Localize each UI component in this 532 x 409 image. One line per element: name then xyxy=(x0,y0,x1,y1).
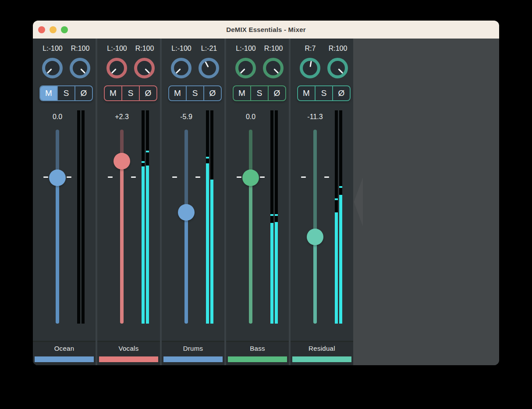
level-meter-right xyxy=(210,110,213,324)
knob-pointer-icon xyxy=(111,68,117,74)
mute-button[interactable]: M xyxy=(169,86,186,100)
pan-right-knob[interactable] xyxy=(134,58,155,78)
channel-strip: R:7 R:100 M S Ø -11.3 xyxy=(291,39,353,365)
meter-peak-tick xyxy=(270,214,273,216)
channel-name: Drums xyxy=(162,345,224,352)
mute-button[interactable]: M xyxy=(40,86,57,100)
channel-label-zone: Ocean xyxy=(33,341,96,365)
level-meter-left xyxy=(206,110,209,324)
pan-left-knob[interactable] xyxy=(42,58,63,78)
pan-right-knob[interactable] xyxy=(263,58,284,78)
traffic-lights xyxy=(38,21,68,39)
zero-db-tick-left xyxy=(43,176,48,178)
pan-right-value: R:100 xyxy=(254,45,293,53)
fader-handle[interactable] xyxy=(178,204,195,221)
phase-button[interactable]: Ø xyxy=(203,86,221,100)
pan-right-value: R:100 xyxy=(318,45,358,53)
zero-db-tick-left xyxy=(172,176,177,178)
pan-right-knob[interactable] xyxy=(70,58,90,78)
knob-pointer-icon xyxy=(240,68,245,74)
phase-button[interactable]: Ø xyxy=(139,86,156,100)
fader-track-filled xyxy=(249,178,252,324)
pan-left-knob[interactable] xyxy=(106,58,127,78)
phase-button[interactable]: Ø xyxy=(268,86,285,100)
knob-rotor xyxy=(327,58,348,78)
level-meter-right xyxy=(82,110,85,324)
meter-peak-tick xyxy=(206,157,209,159)
meter-peak-tick xyxy=(210,180,213,181)
fader-track[interactable] xyxy=(249,130,252,324)
window-title: DeMIX Essentials - Mixer xyxy=(226,26,306,33)
knob-pointer-icon xyxy=(145,68,150,74)
channel-color-bar xyxy=(228,356,287,362)
knob-pointer-icon xyxy=(309,61,312,67)
fader-handle[interactable] xyxy=(49,169,66,186)
meter-fill xyxy=(142,166,145,324)
fader-track-filled xyxy=(56,178,59,324)
knob-pointer-icon xyxy=(80,68,85,74)
channel-color-bar xyxy=(35,356,94,362)
channel-label-zone: Vocals xyxy=(97,341,160,365)
channel-name: Vocals xyxy=(97,345,160,352)
mute-button[interactable]: M xyxy=(298,86,315,100)
meter-peak-tick xyxy=(335,198,338,200)
fader-track[interactable] xyxy=(184,130,188,324)
fader-track-filled xyxy=(313,237,317,324)
mute-solo-phase-group: M S Ø xyxy=(168,85,222,101)
pan-right-knob[interactable] xyxy=(327,58,348,78)
pan-right-value: R:100 xyxy=(60,45,100,53)
knob-rotor xyxy=(302,60,319,77)
zero-db-tick-left xyxy=(108,176,113,178)
channel-strip: L:-100 R:100 M S Ø 0.0 xyxy=(33,39,96,365)
watermark-shape xyxy=(352,177,363,226)
pan-left-knob[interactable] xyxy=(171,58,192,78)
gain-value: +2.3 xyxy=(97,113,146,121)
zero-db-tick-left xyxy=(301,176,306,178)
mixer-content: L:-100 R:100 M S Ø 0.0 xyxy=(33,39,499,365)
solo-button[interactable]: S xyxy=(186,86,203,100)
level-meter-left xyxy=(77,110,80,324)
mute-button[interactable]: M xyxy=(234,86,250,100)
meter-fill xyxy=(270,223,273,324)
zoom-button[interactable] xyxy=(61,26,68,33)
titlebar[interactable]: DeMIX Essentials - Mixer xyxy=(33,21,499,39)
knob-rotor xyxy=(42,58,63,78)
gain-value: 0.0 xyxy=(226,113,275,121)
channel-color-bar xyxy=(99,356,158,362)
channel-color-bar xyxy=(163,356,223,362)
pan-right-knob[interactable] xyxy=(199,58,219,78)
mute-button[interactable]: M xyxy=(105,86,121,100)
knob-rotor xyxy=(263,58,284,78)
channel-label-zone: Residual xyxy=(291,341,353,365)
channel-strip: L:-100 L:-21 M S Ø -5.9 xyxy=(162,39,224,365)
solo-button[interactable]: S xyxy=(57,86,74,100)
zero-db-tick-right xyxy=(131,176,136,178)
minimize-button[interactable] xyxy=(50,26,57,33)
fader-track[interactable] xyxy=(56,130,59,324)
fader-handle[interactable] xyxy=(242,169,259,186)
phase-button[interactable]: Ø xyxy=(332,86,350,100)
pan-right-value: R:100 xyxy=(125,45,164,53)
solo-button[interactable]: S xyxy=(315,86,332,100)
knob-pointer-icon xyxy=(338,68,343,74)
channel-name: Residual xyxy=(291,345,353,352)
meter-fill xyxy=(210,181,213,324)
solo-button[interactable]: S xyxy=(121,86,139,100)
close-button[interactable] xyxy=(38,26,45,33)
fader-track-filled xyxy=(184,212,188,324)
phase-button[interactable]: Ø xyxy=(74,86,92,100)
solo-button[interactable]: S xyxy=(250,86,268,100)
zero-db-tick-right xyxy=(324,176,329,178)
fader-handle[interactable] xyxy=(307,229,323,245)
mute-solo-phase-group: M S Ø xyxy=(297,85,351,101)
pan-left-knob[interactable] xyxy=(300,58,320,78)
pan-left-knob[interactable] xyxy=(235,58,256,78)
meter-peak-tick xyxy=(275,214,278,216)
zero-db-tick-left xyxy=(237,176,241,178)
knob-rotor xyxy=(199,58,219,78)
fader-handle[interactable] xyxy=(113,153,130,169)
meter-fill xyxy=(275,222,278,324)
app-window: DeMIX Essentials - Mixer L:-100 R:100 M … xyxy=(33,21,499,365)
meter-fill xyxy=(339,195,342,324)
fader-track[interactable] xyxy=(313,130,317,324)
